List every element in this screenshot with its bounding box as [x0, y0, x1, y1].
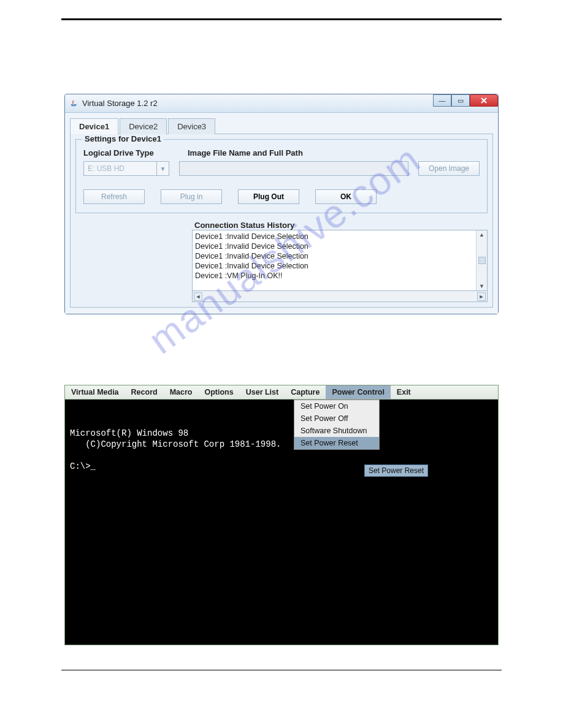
drive-type-dropdown[interactable]: E: USB HD ▼ [83, 161, 169, 176]
history-line: Device1 :VM Plug-In OK!! [195, 271, 473, 281]
plug-in-button[interactable]: Plug in [161, 189, 222, 204]
menu-macro[interactable]: Macro [164, 385, 199, 399]
java-icon [69, 99, 79, 108]
field-labels-row: Logical Drive Type Image File Name and F… [83, 148, 480, 157]
horizontal-scrollbar[interactable]: ◄ ► [192, 291, 488, 302]
dropdown-set-power-reset[interactable]: Set Power Reset [294, 437, 379, 449]
virtual-storage-window: Virtual Storage 1.2 r2 — ▭ Device1 Devic… [64, 94, 499, 314]
plug-out-button[interactable]: Plug Out [238, 189, 299, 204]
history-title: Connection Status History [192, 221, 488, 230]
history-line: Device1 :Invalid Device Selection [195, 251, 473, 261]
history-line: Device1 :Invalid Device Selection [195, 241, 473, 251]
console-window: Virtual Media Record Macro Options User … [64, 385, 499, 645]
history-line: Device1 :Invalid Device Selection [195, 261, 473, 271]
page-top-rule [61, 18, 502, 20]
tab-panel: Settings for Device1 Logical Drive Type … [70, 134, 493, 308]
scroll-handle[interactable] [478, 257, 486, 264]
maximize-button[interactable]: ▭ [451, 94, 470, 107]
history-area: Connection Status History Device1 :Inval… [192, 221, 488, 302]
history-listbox[interactable]: Device1 :Invalid Device Selection Device… [192, 230, 488, 291]
tab-device2[interactable]: Device2 [120, 118, 167, 134]
dropdown-set-power-on[interactable]: Set Power On [294, 400, 379, 412]
chevron-down-icon: ▼ [156, 162, 169, 175]
menu-options[interactable]: Options [198, 385, 239, 399]
tab-strip: Device1 Device2 Device3 [70, 118, 493, 134]
drive-type-value: E: USB HD [84, 162, 156, 175]
history-text: Device1 :Invalid Device Selection Device… [193, 230, 476, 290]
menu-capture[interactable]: Capture [285, 385, 326, 399]
scroll-left-icon[interactable]: ◄ [194, 292, 202, 301]
image-path-input[interactable] [179, 161, 408, 176]
groupbox-title: Settings for Device1 [82, 134, 164, 143]
scroll-right-icon[interactable]: ► [477, 292, 486, 301]
field-controls-row: E: USB HD ▼ Open Image [83, 161, 480, 176]
vertical-scrollbar[interactable]: ▲ ▼ [476, 230, 487, 290]
window-buttons: — ▭ [433, 94, 498, 112]
close-button[interactable] [470, 94, 498, 107]
tooltip: Set Power Reset [364, 464, 428, 477]
window-client-area: Device1 Device2 Device3 Settings for Dev… [65, 113, 498, 314]
refresh-button[interactable]: Refresh [83, 189, 145, 204]
menu-record[interactable]: Record [125, 385, 164, 399]
tab-device3[interactable]: Device3 [168, 118, 215, 134]
console-body[interactable]: Set Power On Set Power Off Software Shut… [65, 400, 498, 645]
settings-groupbox: Settings for Device1 Logical Drive Type … [75, 139, 488, 213]
scroll-down-icon[interactable]: ▼ [479, 283, 484, 289]
image-path-label: Image File Name and Full Path [188, 148, 480, 157]
menu-exit[interactable]: Exit [391, 385, 417, 399]
minimize-button[interactable]: — [433, 94, 451, 107]
titlebar[interactable]: Virtual Storage 1.2 r2 — ▭ [65, 94, 498, 113]
drive-type-label: Logical Drive Type [83, 148, 188, 157]
window-title: Virtual Storage 1.2 r2 [82, 99, 158, 108]
scroll-up-icon[interactable]: ▲ [479, 232, 484, 238]
menu-power-control[interactable]: Power Control [326, 385, 390, 399]
console-line: Microsoft(R) Windows 98 [70, 428, 188, 438]
console-line: (C)Copyright Microsoft Corp 1981-1998. [70, 439, 281, 449]
dropdown-set-power-off[interactable]: Set Power Off [294, 412, 379, 425]
action-button-row: Refresh Plug in Plug Out OK [83, 189, 480, 204]
ok-button[interactable]: OK [315, 189, 377, 204]
console-output: Microsoft(R) Windows 98 (C)Copyright Mic… [70, 428, 281, 472]
history-line: Device1 :Invalid Device Selection [195, 232, 473, 241]
menu-user-list[interactable]: User List [240, 385, 285, 399]
tab-device1[interactable]: Device1 [70, 118, 118, 134]
dropdown-software-shutdown[interactable]: Software Shutdown [294, 425, 379, 437]
page-bottom-rule [61, 670, 502, 670]
console-line: C:\>_ [70, 461, 96, 471]
menu-virtual-media[interactable]: Virtual Media [65, 385, 125, 399]
power-control-dropdown: Set Power On Set Power Off Software Shut… [294, 400, 380, 450]
menubar: Virtual Media Record Macro Options User … [65, 385, 498, 400]
open-image-button[interactable]: Open Image [418, 161, 480, 176]
